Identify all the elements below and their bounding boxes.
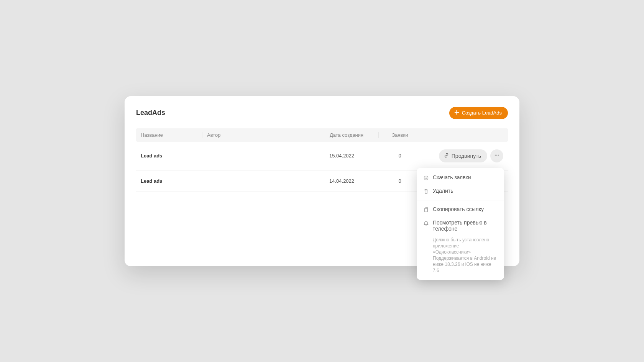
menu-copy-link-label: Скопировать ссылку: [433, 206, 484, 212]
row-name: Lead ads: [141, 153, 202, 159]
menu-delete-label: Удалить: [433, 188, 453, 194]
table-row: Lead ads 15.04.2022 0 Продвинуть: [136, 142, 508, 170]
plus-icon: [454, 110, 460, 116]
menu-preview-phone[interactable]: Посмотреть превью в телефоне: [417, 216, 504, 235]
more-icon: [494, 152, 500, 159]
context-menu: Скачать заявки Удалить: [417, 168, 504, 280]
bell-icon: [423, 219, 429, 226]
app-inner-card: LeadAds Создать LeadAds Название Автор Д…: [129, 101, 515, 262]
create-button-label: Создать LeadAds: [462, 110, 502, 116]
col-header-actions: [417, 132, 503, 138]
svg-point-2: [498, 155, 499, 156]
trash-icon: [423, 188, 429, 194]
row-requests: 0: [378, 153, 417, 159]
download-icon: [423, 174, 429, 181]
col-header-requests: Заявки: [378, 132, 417, 138]
row-requests: 0: [378, 178, 417, 184]
menu-download-requests[interactable]: Скачать заявки: [417, 171, 504, 184]
row-date: 14.04.2022: [325, 178, 378, 184]
menu-copy-link[interactable]: Скопировать ссылку: [417, 203, 504, 216]
col-header-author: Автор: [202, 132, 325, 138]
promote-button[interactable]: Продвинуть: [439, 149, 487, 162]
table-header-row: Название Автор Дата создания Заявки: [136, 128, 508, 142]
row-date: 15.04.2022: [325, 153, 378, 159]
menu-divider: [417, 200, 504, 200]
svg-point-1: [496, 155, 498, 156]
link-icon: [444, 152, 449, 159]
col-header-date: Дата создания: [325, 132, 378, 138]
page-title: LeadAds: [136, 109, 165, 117]
menu-preview-label: Посмотреть превью в телефоне: [433, 219, 498, 232]
row-actions: Продвинуть Скачать: [417, 149, 503, 162]
row-name: Lead ads: [141, 178, 202, 184]
app-outer-card: LeadAds Создать LeadAds Название Автор Д…: [125, 96, 519, 266]
create-leadads-button[interactable]: Создать LeadAds: [449, 107, 508, 119]
svg-point-0: [495, 155, 496, 156]
table-container: Название Автор Дата создания Заявки Lead…: [129, 128, 515, 192]
promote-button-label: Продвинуть: [452, 153, 481, 159]
more-button[interactable]: [490, 149, 503, 162]
col-header-name: Название: [141, 132, 202, 138]
menu-delete[interactable]: Удалить: [417, 184, 504, 198]
menu-preview-note: Должно быть установлено приложение «Одно…: [417, 235, 504, 277]
copy-icon: [423, 206, 429, 213]
menu-download-label: Скачать заявки: [433, 174, 471, 180]
header-bar: LeadAds Создать LeadAds: [129, 101, 515, 128]
svg-rect-4: [424, 208, 427, 211]
